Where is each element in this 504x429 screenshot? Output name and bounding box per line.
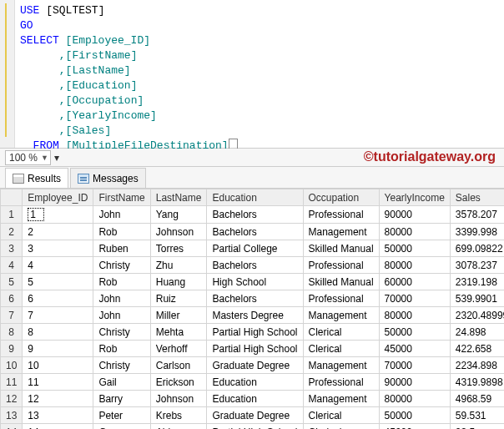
- table-row[interactable]: 33RubenTorresPartial CollegeSkilled Manu…: [1, 240, 505, 257]
- cell[interactable]: Torres: [150, 240, 207, 257]
- row-number[interactable]: 7: [1, 307, 23, 324]
- table-row[interactable]: 1111GailEricksonEducationProfessional900…: [1, 374, 505, 391]
- cell[interactable]: Verhoff: [150, 341, 207, 357]
- row-number[interactable]: 14: [1, 424, 23, 430]
- cell[interactable]: 80000: [379, 307, 450, 324]
- cell[interactable]: 9: [23, 341, 93, 357]
- cell[interactable]: 2319.198: [450, 274, 504, 290]
- table-row[interactable]: 66JohnRuizBachelorsProfessional70000539.…: [1, 290, 505, 307]
- cell[interactable]: 60000: [379, 274, 450, 290]
- tab-messages[interactable]: Messages: [70, 168, 146, 188]
- table-row[interactable]: 88ChristyMehtaPartial High SchoolClerica…: [1, 324, 505, 341]
- cell[interactable]: Mehta: [150, 324, 207, 341]
- cell[interactable]: Bachelors: [207, 257, 303, 274]
- row-number[interactable]: 12: [1, 391, 23, 407]
- cell[interactable]: Skilled Manual: [303, 274, 379, 290]
- cell[interactable]: 3399.998: [450, 224, 504, 240]
- cell[interactable]: Rob: [93, 341, 150, 357]
- cell[interactable]: Education: [207, 391, 303, 407]
- cell[interactable]: Erickson: [150, 374, 207, 391]
- cell[interactable]: Gail: [93, 374, 150, 391]
- row-number[interactable]: 8: [1, 324, 23, 341]
- results-grid-wrap[interactable]: Employee_ID FirstName LastName Education…: [0, 189, 504, 429]
- cell[interactable]: 3078.237: [450, 257, 504, 274]
- cell[interactable]: Christy: [93, 324, 150, 341]
- cell[interactable]: Professional: [303, 257, 379, 274]
- cell[interactable]: 90000: [379, 206, 450, 224]
- table-row[interactable]: 1212BarryJohnsonEducationManagement80000…: [1, 391, 505, 407]
- cell[interactable]: Miller: [150, 307, 207, 324]
- cell[interactable]: Professional: [303, 374, 379, 391]
- row-number[interactable]: 13: [1, 407, 23, 424]
- cell[interactable]: Management: [303, 224, 379, 240]
- col-header[interactable]: Employee_ID: [23, 189, 93, 206]
- cell[interactable]: 50000: [379, 407, 450, 424]
- table-row[interactable]: 1010ChristyCarlsonGraduate DegreeManagem…: [1, 357, 505, 374]
- cell[interactable]: 4968.59: [450, 391, 504, 407]
- cell[interactable]: 80000: [379, 224, 450, 240]
- cell[interactable]: Management: [303, 357, 379, 374]
- cell[interactable]: 4319.9898: [450, 374, 504, 391]
- cell[interactable]: John: [93, 206, 150, 224]
- cell[interactable]: Huang: [150, 274, 207, 290]
- cell[interactable]: Johnson: [150, 224, 207, 240]
- cell[interactable]: Krebs: [150, 407, 207, 424]
- cell[interactable]: 45000: [379, 424, 450, 430]
- zoom-selector[interactable]: 100 % ▼: [5, 150, 51, 165]
- cell[interactable]: Bachelors: [207, 206, 303, 224]
- cell[interactable]: 2320.489998: [450, 307, 504, 324]
- cell[interactable]: 8: [23, 324, 93, 341]
- cell[interactable]: Partial High School: [207, 341, 303, 357]
- cell[interactable]: 5: [23, 274, 93, 290]
- cell[interactable]: Graduate Degree: [207, 407, 303, 424]
- cell[interactable]: 11: [23, 374, 93, 391]
- row-number[interactable]: 4: [1, 257, 23, 274]
- cell[interactable]: Skilled Manual: [303, 240, 379, 257]
- cell[interactable]: Partial High School: [207, 424, 303, 430]
- cell[interactable]: Yang: [150, 206, 207, 224]
- cell[interactable]: Rob: [93, 224, 150, 240]
- cell[interactable]: Clerical: [303, 407, 379, 424]
- cell[interactable]: 80000: [379, 391, 450, 407]
- col-header[interactable]: Sales: [450, 189, 504, 206]
- cell[interactable]: Masters Degree: [207, 307, 303, 324]
- cell[interactable]: Professional: [303, 206, 379, 224]
- cell[interactable]: 14: [23, 424, 93, 430]
- cell[interactable]: High School: [207, 274, 303, 290]
- cell[interactable]: 45000: [379, 341, 450, 357]
- col-header[interactable]: LastName: [150, 189, 207, 206]
- cell[interactable]: Clerical: [303, 424, 379, 430]
- col-header[interactable]: FirstName: [93, 189, 150, 206]
- cell[interactable]: Management: [303, 307, 379, 324]
- cell[interactable]: 23.5: [450, 424, 504, 430]
- cell[interactable]: Christy: [93, 357, 150, 374]
- sql-code[interactable]: USE [SQLTEST] GO SELECT [Employee_ID] ,[…: [15, 0, 243, 148]
- table-row[interactable]: 22RobJohnsonBachelorsManagement800003399…: [1, 224, 505, 240]
- cell[interactable]: 50000: [379, 324, 450, 341]
- cell[interactable]: 10: [23, 357, 93, 374]
- cell[interactable]: Clerical: [303, 341, 379, 357]
- cell[interactable]: Education: [207, 374, 303, 391]
- cell[interactable]: Barry: [93, 391, 150, 407]
- cell[interactable]: Bachelors: [207, 224, 303, 240]
- cell[interactable]: 7: [23, 307, 93, 324]
- cell[interactable]: Graduate Degree: [207, 357, 303, 374]
- cell[interactable]: 70000: [379, 357, 450, 374]
- cell[interactable]: 59.531: [450, 407, 504, 424]
- cell[interactable]: 50000: [379, 240, 450, 257]
- cell[interactable]: 4: [23, 257, 93, 274]
- cell[interactable]: 422.658: [450, 341, 504, 357]
- cell[interactable]: Christy: [93, 257, 150, 274]
- row-number[interactable]: 6: [1, 290, 23, 307]
- row-number[interactable]: 5: [1, 274, 23, 290]
- row-number[interactable]: 9: [1, 341, 23, 357]
- cell[interactable]: 70000: [379, 290, 450, 307]
- cell[interactable]: 2: [23, 224, 93, 240]
- cell[interactable]: Bachelors: [207, 290, 303, 307]
- cell[interactable]: 13: [23, 407, 93, 424]
- row-number[interactable]: 1: [1, 206, 23, 224]
- cell[interactable]: Clerical: [303, 324, 379, 341]
- col-header[interactable]: Occupation: [303, 189, 379, 206]
- cell[interactable]: Johnson: [150, 391, 207, 407]
- cell[interactable]: Ruiz: [150, 290, 207, 307]
